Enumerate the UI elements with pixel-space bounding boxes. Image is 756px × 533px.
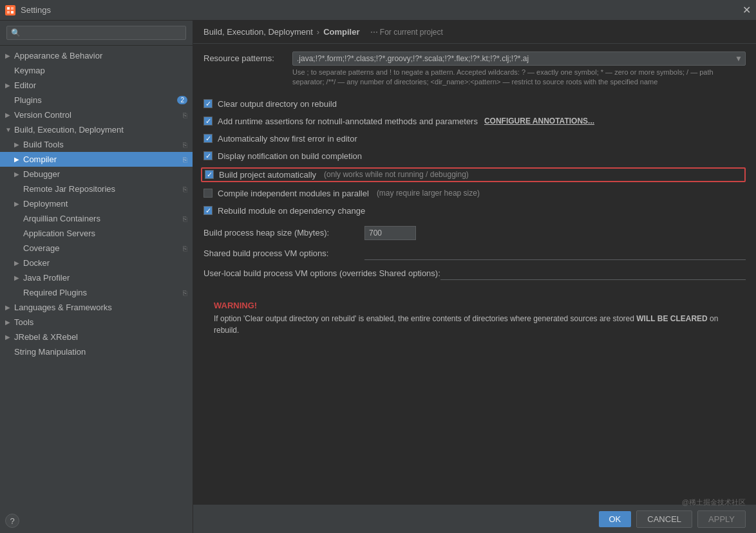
sidebar-item-jrebel[interactable]: ▶JRebel & XRebel [0, 330, 193, 344]
form-label-user-local-vm: User-local build process VM options (ove… [203, 268, 440, 278]
copy-icon-arquillian[interactable]: ⎘ [183, 215, 187, 223]
form-input-shared-vm[interactable] [364, 247, 746, 260]
resource-arrow-icon[interactable]: ▼ [732, 53, 745, 64]
checkbox-add-assertions[interactable]: ✓ [203, 117, 213, 126]
sidebar-label-editor: Editor [14, 80, 187, 90]
watermark: @稀土掘金技术社区 [682, 498, 746, 507]
form-input-user-local-vm[interactable] [440, 266, 746, 280]
help-button[interactable]: ? [5, 514, 19, 528]
checkbox-rebuild-dep[interactable]: ✓ [203, 206, 213, 215]
resource-patterns-input[interactable] [293, 52, 732, 65]
checkbox-label-add-assertions: Add runtime assertions for notnull-annot… [218, 117, 478, 126]
copy-icon-remote-jar[interactable]: ⎘ [183, 185, 187, 193]
sidebar-label-app-servers: Application Servers [23, 229, 187, 238]
copy-icon-version-control[interactable]: ⎘ [183, 111, 187, 119]
sidebar-item-string-manipulation[interactable]: String Manipulation [0, 344, 193, 359]
checkbox-build-auto[interactable]: ✓ [205, 170, 214, 179]
breadcrumb-project-link[interactable]: ⋯ For current project [370, 28, 443, 37]
warning-title: WARNING! [214, 301, 735, 310]
sidebar-item-compiler[interactable]: ▶Compiler⎘ [0, 152, 193, 167]
warning-text: If option 'Clear output directory on reb… [214, 313, 735, 336]
form-input-heap-size[interactable] [364, 226, 416, 240]
sidebar-item-build-exec-deploy[interactable]: ▼Build, Execution, Deployment [0, 122, 193, 137]
checkbox-label-build-auto: Build project automatically [219, 170, 316, 180]
title-bar-left: Settings [5, 5, 51, 15]
sidebar-item-java-profiler[interactable]: ▶Java Profiler [0, 270, 193, 285]
checkbox-compile-parallel[interactable] [203, 189, 213, 198]
form-row-user-local-vm: User-local build process VM options (ove… [203, 266, 746, 280]
copy-icon-coverage[interactable]: ⎘ [183, 245, 187, 252]
sidebar-item-keymap[interactable]: Keymap [0, 63, 193, 78]
checkbox-row-rebuild-dep: ✓Rebuild module on dependency change [203, 205, 746, 217]
sidebar-label-version-control: Version Control [14, 110, 180, 120]
sidebar-item-build-tools[interactable]: ▶Build Tools⎘ [0, 137, 193, 152]
sidebar-nav: ▶Appearance & BehaviorKeymap▶EditorPlugi… [0, 46, 193, 533]
sidebar-item-arquillian[interactable]: Arquillian Containers⎘ [0, 211, 193, 226]
content-body: Resource patterns: ▼ Use ; to separate p… [193, 44, 756, 505]
configure-link-add-assertions[interactable]: CONFIGURE ANNOTATIONS... [484, 117, 594, 126]
content-panel: Build, Execution, Deployment › Compiler … [193, 21, 756, 533]
form-label-shared-vm: Shared build process VM options: [203, 248, 364, 258]
title-bar: Settings ✕ [0, 0, 756, 21]
sidebar-label-remote-jar: Remote Jar Repositories [23, 184, 180, 194]
sidebar-item-debugger[interactable]: ▶Debugger [0, 167, 193, 182]
apply-button[interactable]: APPLY [697, 510, 746, 528]
sidebar-item-coverage[interactable]: Coverage⎘ [0, 241, 193, 256]
sidebar-label-coverage: Coverage [23, 243, 180, 253]
sidebar-label-build-exec-deploy: Build, Execution, Deployment [14, 125, 187, 135]
checkbox-label-display-notif: Display notification on build completion [218, 151, 362, 161]
search-input[interactable] [6, 26, 186, 40]
checkbox-label-auto-show-error: Automatically show first error in editor [218, 134, 357, 144]
sidebar-item-tools[interactable]: ▶Tools [0, 315, 193, 330]
copy-icon-build-tools[interactable]: ⎘ [183, 141, 187, 149]
checkboxes-container: ✓Clear output directory on rebuild✓Add r… [203, 98, 746, 217]
form-label-heap-size: Build process heap size (Mbytes): [203, 228, 364, 238]
breadcrumb-current: Compiler [323, 27, 359, 37]
sidebar-label-keymap: Keymap [14, 66, 187, 75]
sidebar-label-jrebel: JRebel & XRebel [14, 332, 187, 342]
sidebar-item-remote-jar[interactable]: Remote Jar Repositories⎘ [0, 182, 193, 196]
sidebar-item-editor[interactable]: ▶Editor [0, 78, 193, 93]
sidebar-item-languages[interactable]: ▶Languages & Frameworks [0, 300, 193, 315]
arrow-icon-build-tools: ▶ [14, 141, 23, 148]
checkbox-auto-show-error[interactable]: ✓ [203, 134, 213, 143]
arrow-icon-appearance: ▶ [5, 52, 14, 59]
arrow-icon-version-control: ▶ [5, 111, 14, 118]
copy-icon-compiler[interactable]: ⎘ [183, 156, 187, 164]
resource-patterns-label: Resource patterns: [203, 51, 287, 63]
copy-icon-required-plugins[interactable]: ⎘ [183, 289, 187, 297]
arrow-icon-languages: ▶ [5, 304, 14, 311]
sidebar-item-required-plugins[interactable]: Required Plugins⎘ [0, 285, 193, 300]
sidebar-item-appearance[interactable]: ▶Appearance & Behavior [0, 48, 193, 63]
sidebar-label-required-plugins: Required Plugins [23, 288, 180, 297]
checkbox-label-clear-output: Clear output directory on rebuild [218, 99, 337, 109]
arrow-icon-deployment: ▶ [14, 200, 23, 207]
sidebar-item-app-servers[interactable]: Application Servers [0, 226, 193, 241]
sidebar-item-docker[interactable]: ▶Docker [0, 256, 193, 270]
svg-rect-0 [5, 5, 15, 15]
checkbox-display-notif[interactable]: ✓ [203, 151, 213, 160]
cancel-button[interactable]: CANCEL [636, 510, 692, 528]
sidebar: ▶Appearance & BehaviorKeymap▶EditorPlugi… [0, 21, 193, 533]
form-rows-container: Build process heap size (Mbytes):Shared … [203, 226, 746, 280]
breadcrumb-parent: Build, Execution, Deployment [203, 27, 313, 37]
sidebar-item-version-control[interactable]: ▶Version Control⎘ [0, 108, 193, 122]
arrow-icon-editor: ▶ [5, 82, 14, 89]
arrow-icon-java-profiler: ▶ [14, 274, 23, 281]
sidebar-label-plugins: Plugins [14, 95, 175, 105]
sidebar-label-appearance: Appearance & Behavior [14, 51, 187, 61]
arrow-icon-build-exec-deploy: ▼ [5, 126, 14, 133]
sidebar-label-compiler: Compiler [23, 154, 180, 164]
sidebar-item-deployment[interactable]: ▶Deployment [0, 196, 193, 211]
arrow-icon-jrebel: ▶ [5, 333, 14, 341]
sidebar-label-java-profiler: Java Profiler [23, 273, 187, 283]
sidebar-label-debugger: Debugger [23, 169, 187, 179]
main-container: ▶Appearance & BehaviorKeymap▶EditorPlugi… [0, 21, 756, 533]
bottom-bar: OK CANCEL APPLY [193, 505, 756, 533]
checkbox-clear-output[interactable]: ✓ [203, 99, 213, 108]
close-button[interactable]: ✕ [742, 5, 751, 15]
arrow-icon-tools: ▶ [5, 319, 14, 326]
sidebar-label-docker: Docker [23, 258, 187, 268]
sidebar-item-plugins[interactable]: Plugins2 [0, 93, 193, 108]
ok-button[interactable]: OK [599, 511, 632, 527]
